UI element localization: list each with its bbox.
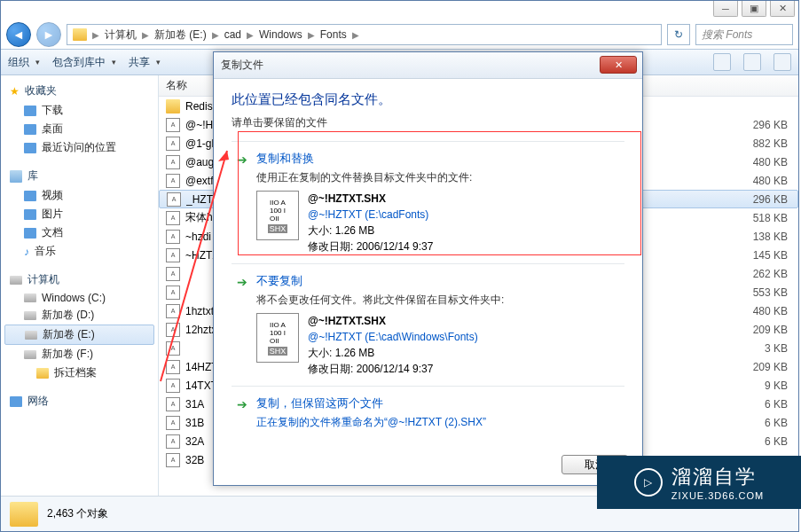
option-dont-copy[interactable]: ➔ 不要复制 将不会更改任何文件。将此文件保留在目标文件夹中: IIO A100… xyxy=(232,263,624,386)
window-controls: ─ ▣ ✕ xyxy=(713,1,795,17)
file-size-label: 882 KB xyxy=(719,134,798,153)
nav-music[interactable]: ♪音乐 xyxy=(1,242,158,261)
font-file-icon: A xyxy=(166,323,180,337)
nav-recent[interactable]: 最近访问的位置 xyxy=(1,138,158,157)
file-size-label: 296 KB xyxy=(719,190,798,208)
dialog-title: 复制文件 xyxy=(221,58,263,73)
nav-downloads[interactable]: 下载 xyxy=(1,101,158,120)
download-icon xyxy=(24,106,36,116)
drive-icon xyxy=(25,331,37,340)
maximize-button[interactable]: ▣ xyxy=(742,1,766,17)
nav-documents[interactable]: 文档 xyxy=(1,223,158,242)
nav-desktop[interactable]: 桌面 xyxy=(1,120,158,138)
music-icon: ♪ xyxy=(24,246,29,258)
chevron-right-icon: ▶ xyxy=(352,30,359,40)
font-file-icon: A xyxy=(166,453,180,467)
file-size-label: 553 KB xyxy=(719,283,798,301)
file-thumb-icon: IIO A100 IOIISHX xyxy=(256,313,299,363)
file-path: @~!HZTXT (E:\cadFonts) xyxy=(308,207,433,223)
dialog-titlebar: 复制文件 ✕ xyxy=(214,52,642,79)
libraries-label: 库 xyxy=(27,168,38,184)
font-file-icon: A xyxy=(166,397,180,411)
file-size-label: 6 KB xyxy=(719,413,798,432)
breadcrumb-fonts[interactable]: Fonts xyxy=(320,28,347,41)
folder-icon xyxy=(73,28,87,41)
close-button[interactable]: ✕ xyxy=(770,1,795,17)
file-size-label: 9 KB xyxy=(719,376,798,395)
organize-menu[interactable]: 组织 xyxy=(8,55,40,70)
file-size-label: 6 KB xyxy=(719,395,798,413)
chevron-right-icon: ▶ xyxy=(92,30,99,40)
folder-icon xyxy=(36,368,49,379)
arrow-right-icon: ➔ xyxy=(237,153,247,254)
font-file-icon: A xyxy=(166,416,180,430)
nav-drive-f[interactable]: 新加卷 (F:) xyxy=(1,345,158,364)
font-file-icon: A xyxy=(166,118,180,132)
file-date: 修改日期: 2006/12/14 9:37 xyxy=(308,361,478,377)
computer-icon xyxy=(10,276,22,285)
arrow-right-icon: ➔ xyxy=(237,275,247,377)
dialog-close-button[interactable]: ✕ xyxy=(600,56,637,74)
font-file-icon: A xyxy=(166,155,180,169)
forward-button[interactable]: ► xyxy=(36,22,61,47)
file-size-label: 480 KB xyxy=(719,301,798,320)
font-file-icon: A xyxy=(166,286,180,300)
breadcrumb-windows[interactable]: Windows xyxy=(259,28,302,41)
nav-pictures[interactable]: 图片 xyxy=(1,205,158,223)
address-bar[interactable]: ▶ 计算机 ▶ 新加卷 (E:) ▶ cad ▶ Windows ▶ Fonts… xyxy=(67,24,662,45)
breadcrumb-cad[interactable]: cad xyxy=(224,28,241,41)
breadcrumb-computer[interactable]: 计算机 xyxy=(105,27,137,43)
folder-icon xyxy=(10,502,38,527)
include-library-menu[interactable]: 包含到库中 xyxy=(52,55,116,70)
share-menu[interactable]: 共享 xyxy=(129,55,161,70)
view-options-button[interactable] xyxy=(713,53,731,71)
recent-icon xyxy=(24,143,36,153)
option-description: 将不会更改任何文件。将此文件保留在目标文件夹中: xyxy=(256,293,619,308)
copy-file-dialog: 复制文件 ✕ 此位置已经包含同名文件。 请单击要保留的文件 ➔ 复制和替换 使用… xyxy=(213,51,643,486)
computer-header[interactable]: 计算机 xyxy=(1,270,158,290)
desktop-icon xyxy=(24,124,36,135)
font-file-icon: A xyxy=(166,211,180,225)
libraries-header[interactable]: 库 xyxy=(1,166,158,186)
option-copy-replace[interactable]: ➔ 复制和替换 使用正在复制的文件替换目标文件夹中的文件: IIO A100 I… xyxy=(232,141,624,263)
chevron-right-icon: ▶ xyxy=(142,30,149,40)
nav-videos[interactable]: 视频 xyxy=(1,186,158,205)
address-row: ◄ ► ▶ 计算机 ▶ 新加卷 (E:) ▶ cad ▶ Windows ▶ F… xyxy=(1,20,798,49)
back-button[interactable]: ◄ xyxy=(6,22,31,47)
nav-subfolder[interactable]: 拆迁档案 xyxy=(1,364,158,382)
nav-drive-d[interactable]: 新加卷 (D:) xyxy=(1,306,158,325)
refresh-button[interactable]: ↻ xyxy=(667,24,690,45)
minimize-button[interactable]: ─ xyxy=(713,1,738,17)
file-thumb-icon: IIO A100 IOIISHX xyxy=(256,191,299,240)
computer-label: 计算机 xyxy=(27,272,59,287)
status-count: 2,463 个对象 xyxy=(47,506,108,521)
file-size-label: 209 KB xyxy=(719,320,798,339)
option-keep-both[interactable]: ➔ 复制，但保留这两个文件 正在复制的文件将重命名为“@~!HZTXT (2).… xyxy=(232,386,624,444)
file-name: @~!HZTXT.SHX xyxy=(308,313,478,329)
help-button[interactable] xyxy=(774,53,791,71)
navigation-pane: ★收藏夹 下载 桌面 最近访问的位置 库 视频 图片 文档 ♪音乐 计算机 Wi… xyxy=(1,75,159,497)
font-file-icon: A xyxy=(166,137,180,151)
dialog-subheading: 请单击要保留的文件 xyxy=(232,115,624,130)
document-icon xyxy=(24,228,36,239)
network-header[interactable]: 网络 xyxy=(1,391,158,411)
file-size: 大小: 1.26 MB xyxy=(308,345,478,361)
nav-drive-e[interactable]: 新加卷 (E:) xyxy=(4,325,154,345)
font-file-icon: A xyxy=(166,248,180,262)
chevron-right-icon: ▶ xyxy=(308,30,315,40)
dialog-heading: 此位置已经包含同名文件。 xyxy=(232,91,624,108)
font-file-icon: A xyxy=(166,341,180,356)
breadcrumb-drive[interactable]: 新加卷 (E:) xyxy=(154,27,207,43)
font-file-icon: A xyxy=(166,267,180,281)
file-date: 修改日期: 2006/12/14 9:37 xyxy=(308,239,433,254)
search-input[interactable]: 搜索 Fonts xyxy=(695,24,793,45)
drive-icon xyxy=(24,311,36,320)
file-size-label: 518 KB xyxy=(719,208,798,227)
preview-pane-button[interactable] xyxy=(743,53,761,71)
folder-icon xyxy=(166,99,180,113)
favorites-header[interactable]: ★收藏夹 xyxy=(1,81,158,101)
font-file-icon: A xyxy=(166,174,180,188)
nav-drive-c[interactable]: Windows (C:) xyxy=(1,290,158,306)
file-size-label: 262 KB xyxy=(719,264,798,283)
star-icon: ★ xyxy=(10,85,20,98)
